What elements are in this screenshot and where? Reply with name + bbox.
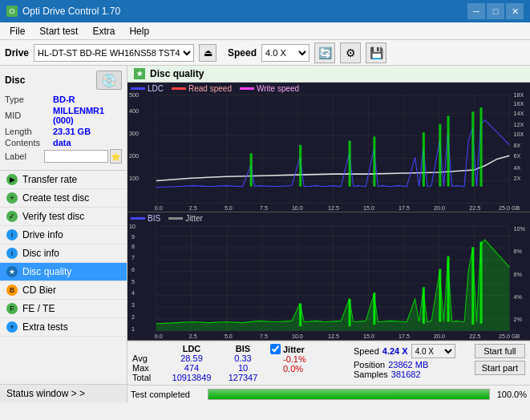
legend-read-speed-label: Read speed [188,84,232,93]
svg-rect-79 [439,269,441,321]
total-ldc-val: 10913849 [168,373,216,382]
main-layout: Disc 💿 Type BD-R MID MILLENMR1 (000) Len… [0,66,530,402]
disc-panel: Disc 💿 Type BD-R MID MILLENMR1 (000) Len… [0,66,127,171]
svg-text:6: 6 [131,265,135,273]
speed-stat-select[interactable]: 4.0 X [411,344,455,358]
stats-bis-header: BIS [219,344,267,353]
avg-label: Avg [132,353,164,363]
menu-help[interactable]: Help [123,24,156,38]
nav-verify-test-disc[interactable]: ✓ Verify test disc [0,208,127,226]
verify-test-disc-icon: ✓ [6,211,18,222]
disc-length-value: 23.31 GB [53,127,122,136]
avg-bis-val: 0.33 [219,353,267,363]
extra-tests-icon: + [6,321,18,333]
refresh-button[interactable]: 🔄 [314,42,335,63]
jitter-checkbox[interactable] [270,344,281,354]
stats-ldc-header: LDC [168,344,216,353]
nav-transfer-rate[interactable]: ▶ Transfer rate [0,171,127,189]
progress-label: Test completed [131,390,203,399]
disc-quality-header-icon: ★ [134,68,145,79]
svg-rect-78 [423,287,425,323]
disc-section-title: Disc [5,75,25,86]
status-window[interactable]: Status window > > [0,384,127,402]
nav-fe-te-label: FE / TE [22,303,55,314]
svg-text:25.0 GB: 25.0 GB [499,204,520,212]
nav-disc-info[interactable]: i Disc info [0,244,127,263]
ldc-color [131,87,145,90]
legend-jitter-label: Jitter [185,214,203,223]
nav-create-test-disc-label: Create test disc [22,192,89,204]
max-label: Max [132,363,164,373]
position-val: 23862 MB [388,360,428,370]
nav-create-test-disc[interactable]: + Create test disc [0,189,127,208]
svg-rect-75 [299,304,301,326]
disc-label-input[interactable] [44,150,108,163]
nav-cd-bier[interactable]: B CD Bier [0,281,127,300]
fe-te-icon: F [6,303,18,314]
svg-rect-19 [299,145,301,187]
speed-select[interactable]: 4.0 X 2.0 X 8.0 X [261,44,310,62]
disc-label-label: Label [5,151,44,161]
progress-bar-inner [208,390,489,399]
nav-drive-info[interactable]: i Drive info [0,226,127,244]
jitter-label: Jitter [283,345,305,354]
eject-button[interactable]: ⏏ [199,44,216,62]
svg-rect-82 [480,241,483,323]
stats-empty [132,344,164,353]
minimize-button[interactable]: ─ [467,3,485,19]
legend-write-speed: Write speed [240,84,299,93]
nav-extra-tests[interactable]: + Extra tests [0,318,127,337]
menu-file[interactable]: File [3,24,31,38]
export-button[interactable]: 💾 [366,42,386,63]
legend-read-speed: Read speed [172,84,232,93]
svg-text:5: 5 [131,277,135,285]
position-row: Position 23862 MB [354,360,455,370]
stats-row: LDC BIS Avg 28.59 0.33 Max 474 10 Tota [127,341,530,385]
start-full-button[interactable]: Start full [475,344,525,358]
svg-text:2X: 2X [514,175,521,182]
cd-bier-icon: B [6,285,18,296]
svg-rect-22 [423,132,425,186]
bottom-chart-svg: 10% 8% 6% 4% 2% 10 9 8 7 6 5 4 3 2 1 [127,212,530,340]
bis-color [131,217,145,220]
svg-text:200: 200 [129,152,139,160]
svg-text:16X: 16X [514,100,524,107]
disc-contents-row: Contents data [5,138,122,147]
legend-write-speed-label: Write speed [257,84,299,93]
close-button[interactable]: ✕ [506,3,524,19]
nav-fe-te[interactable]: F FE / TE [0,300,127,318]
samples-label: Samples [354,370,388,379]
speed-stat-val: 4.24 X [382,346,408,356]
svg-text:10: 10 [129,223,136,230]
disc-quality-title: Disc quality [150,68,204,79]
settings-button[interactable]: ⚙ [340,42,361,63]
svg-text:7.5: 7.5 [260,332,268,339]
maximize-button[interactable]: □ [487,3,504,19]
stats-total-row: Total 10913849 127347 [132,373,267,382]
disc-quality-icon: ★ [6,266,18,277]
legend-bis-label: BIS [148,214,160,223]
drive-label: Drive [5,47,29,59]
svg-text:12.5: 12.5 [328,204,339,212]
svg-text:2.5: 2.5 [189,332,197,339]
bottom-chart-container: BIS Jitter [127,212,530,341]
drive-select[interactable]: HL-DT-ST BD-RE WH16NS58 TST4 [34,44,194,62]
menu-extra[interactable]: Extra [86,24,121,38]
nav-disc-quality[interactable]: ★ Disc quality [0,263,127,281]
stats-jitter: Jitter -0.1% 0.0% [270,344,350,374]
position-label: Position [354,360,385,370]
app-title: Opti Drive Control 1.70 [22,6,120,17]
svg-text:22.5: 22.5 [469,332,480,339]
svg-text:2: 2 [131,313,135,320]
start-part-button[interactable]: Start part [475,361,525,375]
content-area: ★ Disc quality LDC Read speed [127,66,530,402]
svg-text:8: 8 [131,243,135,250]
svg-text:20.0: 20.0 [434,204,445,212]
charts-area: LDC Read speed Write speed [127,83,530,385]
menu-start-test[interactable]: Start test [33,24,84,38]
progress-bar-outer [208,389,490,400]
top-chart-svg: 18X 16X 14X 12X 10X 8X 6X 4X 2X 500 400 … [127,83,530,212]
disc-label-btn[interactable]: ⭐ [110,149,122,164]
bottom-chart-legend: BIS Jitter [131,214,203,223]
svg-text:15.0: 15.0 [363,204,374,212]
